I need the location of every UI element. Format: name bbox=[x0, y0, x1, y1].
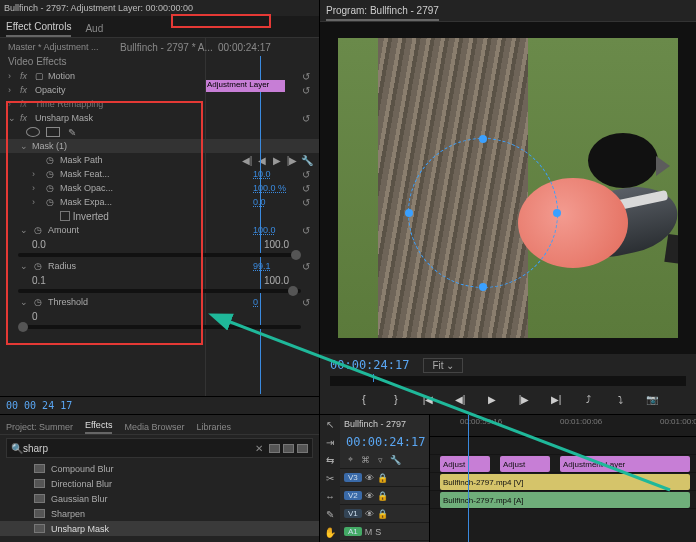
32bit-icon[interactable] bbox=[283, 444, 294, 453]
radius-min: 0.1 bbox=[32, 275, 46, 286]
mark-out-button[interactable]: } bbox=[387, 390, 405, 408]
fx-opacity[interactable]: Opacity bbox=[35, 85, 66, 95]
tab-effects[interactable]: Effects bbox=[85, 418, 112, 434]
marker-icon[interactable]: ▿ bbox=[374, 454, 386, 466]
mask-overlay[interactable] bbox=[408, 138, 558, 288]
mask-expansion-label: Mask Expa... bbox=[60, 197, 112, 207]
tab-libraries[interactable]: Libraries bbox=[196, 420, 231, 434]
inverted-checkbox[interactable] bbox=[60, 211, 70, 221]
fx-time-remapping[interactable]: Time Remapping bbox=[35, 99, 103, 109]
effect-item[interactable]: Directional Blur bbox=[0, 476, 319, 491]
effect-icon bbox=[34, 479, 45, 488]
clip-adjustment[interactable]: Adjust bbox=[440, 456, 490, 472]
clip-video[interactable]: Bullfinch-2797.mp4 [V] bbox=[440, 474, 690, 490]
effect-item[interactable]: Gaussian Blur bbox=[0, 491, 319, 506]
goto-in-button[interactable]: |◀ bbox=[419, 390, 437, 408]
tab-media-browser[interactable]: Media Browser bbox=[124, 420, 184, 434]
current-timecode[interactable]: 00 00 24 17 bbox=[6, 400, 72, 411]
step-back-button[interactable]: ◀| bbox=[451, 390, 469, 408]
stopwatch-icon[interactable]: ◷ bbox=[44, 196, 56, 208]
inverted-label: Inverted bbox=[73, 211, 109, 222]
amount-slider[interactable] bbox=[18, 253, 301, 257]
pen-tool[interactable]: ✎ bbox=[322, 507, 338, 521]
timeline-ruler[interactable]: 00:00:59:16 00:01:00:06 00:01:00:06 bbox=[430, 415, 696, 437]
effect-icon bbox=[34, 509, 45, 518]
stopwatch-icon[interactable]: ◷ bbox=[32, 296, 44, 308]
nested-clip-label: Bullfinch - 2797 * A... bbox=[120, 42, 213, 53]
extract-button[interactable]: ⤵ bbox=[611, 390, 629, 408]
program-timecode[interactable]: 00:00:24:17 bbox=[330, 358, 409, 372]
program-monitor[interactable] bbox=[320, 22, 696, 354]
effects-search-input[interactable] bbox=[23, 443, 255, 454]
mark-in-button[interactable]: { bbox=[355, 390, 373, 408]
tab-effect-controls[interactable]: Effect Controls bbox=[6, 18, 71, 37]
mask-item[interactable]: Mask (1) bbox=[32, 141, 67, 151]
slip-tool[interactable]: ↔ bbox=[322, 489, 338, 503]
ellipse-mask-icon[interactable] bbox=[26, 127, 40, 137]
clip-adjustment[interactable]: Adjust bbox=[500, 456, 550, 472]
pen-mask-icon[interactable]: ✎ bbox=[66, 126, 78, 138]
threshold-min: 0 bbox=[32, 311, 38, 322]
stopwatch-icon[interactable]: ◷ bbox=[44, 168, 56, 180]
mask-opacity-label: Mask Opac... bbox=[60, 183, 113, 193]
accel-icon[interactable] bbox=[269, 444, 280, 453]
timeline-playhead[interactable] bbox=[468, 415, 469, 542]
mask-path-label: Mask Path bbox=[60, 155, 103, 165]
fx-motion[interactable]: Motion bbox=[48, 71, 75, 81]
track-a1[interactable]: A1 bbox=[344, 527, 362, 536]
tab-project[interactable]: Project: Summer bbox=[6, 420, 73, 434]
yuv-icon[interactable] bbox=[297, 444, 308, 453]
threshold-slider[interactable] bbox=[18, 325, 301, 329]
threshold-label: Threshold bbox=[48, 297, 88, 307]
source-title: Bullfinch - 2797: Adjustment Layer: 00:0… bbox=[0, 0, 319, 16]
clear-search-icon[interactable]: ✕ bbox=[255, 443, 263, 454]
rect-mask-icon[interactable] bbox=[46, 127, 60, 137]
step-forward-button[interactable]: |▶ bbox=[515, 390, 533, 408]
razor-tool[interactable]: ✂ bbox=[322, 471, 338, 485]
play-button[interactable]: ▶ bbox=[483, 390, 501, 408]
clip-adjustment[interactable]: Adjustment Layer bbox=[560, 456, 690, 472]
program-panel-tab[interactable]: Program: Bullfinch - 2797 bbox=[326, 2, 439, 21]
ec-ruler-tc: 00:00:24:17 bbox=[218, 42, 271, 53]
effect-icon bbox=[34, 494, 45, 503]
snap-icon[interactable]: ⌖ bbox=[344, 454, 356, 466]
lift-button[interactable]: ⤴ bbox=[579, 390, 597, 408]
selection-tool[interactable]: ↖ bbox=[322, 417, 338, 431]
search-icon: 🔍 bbox=[11, 443, 23, 454]
sequence-tab[interactable]: Bullfinch - 2797 bbox=[344, 419, 406, 429]
timeline-timecode[interactable]: 00:00:24:17 bbox=[340, 433, 429, 451]
track-select-tool[interactable]: ⇥ bbox=[322, 435, 338, 449]
effect-label: Directional Blur bbox=[51, 479, 112, 489]
track-v3[interactable]: V3 bbox=[344, 473, 362, 482]
mask-feather-label: Mask Feat... bbox=[60, 169, 110, 179]
stopwatch-icon[interactable]: ◷ bbox=[44, 154, 56, 166]
linked-sel-icon[interactable]: ⌘ bbox=[359, 454, 371, 466]
effects-search[interactable]: 🔍 ✕ bbox=[6, 438, 313, 458]
effect-item[interactable]: Unsharp Mask bbox=[0, 521, 319, 536]
clip-audio[interactable]: Bullfinch-2797.mp4 [A] bbox=[440, 492, 690, 508]
program-scrubber[interactable] bbox=[330, 376, 686, 386]
settings-icon[interactable]: 🔧 bbox=[389, 454, 401, 466]
effect-item[interactable]: Compound Blur bbox=[0, 461, 319, 476]
effect-label: Sharpen bbox=[51, 509, 85, 519]
track-v1[interactable]: V1 bbox=[344, 509, 362, 518]
effect-icon bbox=[34, 524, 45, 533]
effect-label: Unsharp Mask bbox=[51, 524, 109, 534]
effect-item[interactable]: Sharpen bbox=[0, 506, 319, 521]
effect-label: Gaussian Blur bbox=[51, 494, 108, 504]
tab-audio[interactable]: Aud bbox=[85, 20, 103, 37]
track-v2[interactable]: V2 bbox=[344, 491, 362, 500]
amount-label: Amount bbox=[48, 225, 79, 235]
radius-label: Radius bbox=[48, 261, 76, 271]
stopwatch-icon[interactable]: ◷ bbox=[44, 182, 56, 194]
ripple-tool[interactable]: ⇆ bbox=[322, 453, 338, 467]
zoom-fit-dropdown[interactable]: Fit ⌄ bbox=[423, 358, 463, 373]
export-frame-button[interactable]: 📷 bbox=[643, 390, 661, 408]
goto-out-button[interactable]: ▶| bbox=[547, 390, 565, 408]
amount-min: 0.0 bbox=[32, 239, 46, 250]
radius-slider[interactable] bbox=[18, 289, 301, 293]
hand-tool[interactable]: ✋ bbox=[322, 525, 338, 539]
stopwatch-icon[interactable]: ◷ bbox=[32, 224, 44, 236]
stopwatch-icon[interactable]: ◷ bbox=[32, 260, 44, 272]
fx-unsharp-mask[interactable]: Unsharp Mask bbox=[35, 113, 93, 123]
